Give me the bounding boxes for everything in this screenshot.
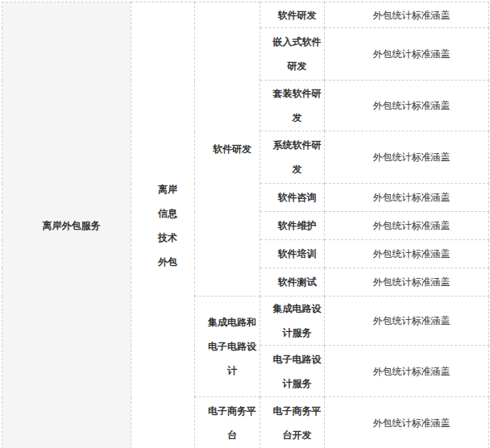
item-cell: 软件研发 bbox=[260, 2, 325, 28]
coverage-cell: 外包统计标准涵盖 bbox=[325, 81, 489, 131]
item-cell: 软件咨询 bbox=[260, 184, 325, 212]
category-ic-design-cell: 集成电路和 电子电路设计 bbox=[195, 297, 260, 397]
item-cell: 电子商务平 台开发 bbox=[260, 397, 325, 448]
item-cell: 集成电路设 计服务 bbox=[260, 297, 325, 346]
category-ecommerce-cell: 电子商务平 台 bbox=[195, 397, 260, 448]
coverage-cell: 外包统计标准涵盖 bbox=[325, 28, 489, 81]
coverage-cell: 外包统计标准涵盖 bbox=[325, 131, 489, 184]
coverage-cell: 外包统计标准涵盖 bbox=[325, 2, 489, 28]
item-cell: 软件培训 bbox=[260, 240, 325, 268]
coverage-cell: 外包统计标准涵盖 bbox=[325, 397, 489, 448]
item-cell: 套装软件研 发 bbox=[260, 81, 325, 131]
item-cell: 软件维护 bbox=[260, 212, 325, 240]
coverage-cell: 外包统计标准涵盖 bbox=[325, 240, 489, 268]
table-row: 离岸外包服务 离岸 信息 技术 外包 软件研发 软件研发 外包统计标准涵盖 bbox=[2, 2, 489, 28]
coverage-cell: 外包统计标准涵盖 bbox=[325, 297, 489, 346]
coverage-cell: 外包统计标准涵盖 bbox=[325, 268, 489, 297]
item-cell: 软件测试 bbox=[260, 268, 325, 297]
parent-category-cell: 离岸 信息 技术 外包 bbox=[131, 2, 195, 448]
coverage-cell: 外包统计标准涵盖 bbox=[325, 346, 489, 397]
item-cell: 电子电路设 计服务 bbox=[260, 346, 325, 397]
coverage-cell: 外包统计标准涵盖 bbox=[325, 212, 489, 240]
coverage-cell: 外包统计标准涵盖 bbox=[325, 184, 489, 212]
category-software-rd-cell: 软件研发 bbox=[195, 2, 260, 297]
root-service-cell: 离岸外包服务 bbox=[2, 2, 131, 448]
service-classification-table: 离岸外包服务 离岸 信息 技术 外包 软件研发 软件研发 外包统计标准涵盖 嵌入… bbox=[2, 2, 489, 448]
item-cell: 嵌入式软件 研发 bbox=[260, 28, 325, 81]
item-cell: 系统软件研 发 bbox=[260, 131, 325, 184]
